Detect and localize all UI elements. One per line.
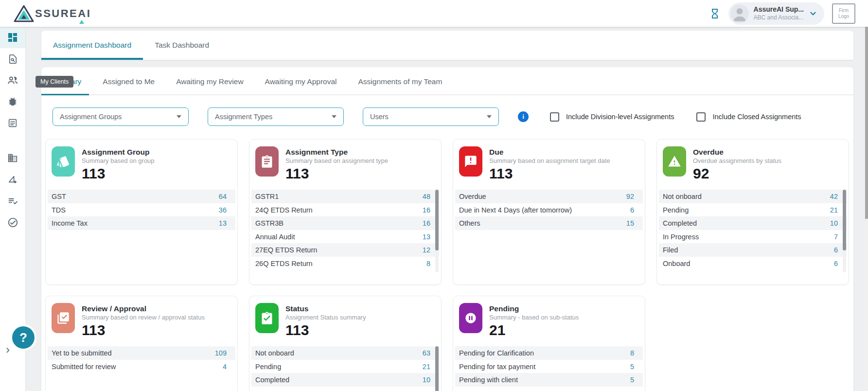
checkbox-unchecked[interactable] <box>696 112 706 122</box>
card-list: Not onboard63Pending21Completed10 <box>251 346 439 387</box>
subtab-awaiting-my-review[interactable]: Awaiting my Review <box>168 69 251 94</box>
subtab-assigned-to-me[interactable]: Assigned to Me <box>95 69 162 94</box>
list-item[interactable]: GST64 <box>48 190 235 203</box>
list-item-label: Filed <box>663 246 678 254</box>
scrollbar-thumb[interactable] <box>843 190 846 250</box>
checkbox-label: Include Closed Assignments <box>712 113 801 121</box>
sidebar-item-bug-report[interactable] <box>0 91 25 112</box>
clipboard-check-icon <box>255 303 279 333</box>
sidebar-item-organization[interactable] <box>0 147 25 169</box>
list-item-label: Annual Audit <box>255 233 295 241</box>
card-list: GSTR14824Q ETDS Return16GSTR3B16Annual A… <box>251 190 439 270</box>
alert-bubble-icon <box>459 146 482 177</box>
assignment-types-dropdown[interactable]: Assignment Types <box>208 107 344 126</box>
user-menu[interactable]: AssureAI Sup... ABC and Associa... <box>728 2 824 25</box>
list-item[interactable]: Due in Next 4 Days (after tomorrow)6 <box>455 203 643 217</box>
list-item-value: 5 <box>630 363 634 371</box>
list-item[interactable]: Completed10 <box>251 373 439 387</box>
tab-assignment-dashboard[interactable]: Assignment Dashboard <box>41 31 143 60</box>
building-icon <box>7 153 18 163</box>
card-subtitle: Summary - based on sub-status <box>489 313 579 322</box>
card-title: Assignment Type <box>285 147 388 157</box>
list-item[interactable]: Yet to be submitted109 <box>48 346 235 360</box>
list-item[interactable]: Pending21 <box>251 360 439 373</box>
list-item-label: TDS <box>52 206 66 214</box>
list-item-label: Yet to be submitted <box>52 349 112 357</box>
card-scrollbar <box>435 190 439 272</box>
list-item-label: GSTR1 <box>255 193 279 200</box>
triangle-logo-icon <box>14 5 34 22</box>
list-item[interactable]: Overdue92 <box>455 190 643 203</box>
list-item[interactable]: Income Tax13 <box>48 216 235 230</box>
checkbox-unchecked[interactable] <box>550 112 559 122</box>
sidebar-item-clients[interactable] <box>0 70 25 91</box>
sidebar-expand-chevron-icon[interactable]: › <box>6 343 10 356</box>
list-item[interactable]: In Progress7 <box>659 230 847 244</box>
assignment-groups-dropdown[interactable]: Assignment Groups <box>53 107 189 126</box>
scrollbar-thumb[interactable] <box>435 190 439 250</box>
users-dropdown[interactable]: Users <box>363 107 499 126</box>
list-item-value: 7 <box>834 233 838 241</box>
page-scrollbar-thumb[interactable] <box>865 27 868 219</box>
include-closed-checkbox-group[interactable]: Include Closed Assignments <box>696 112 801 122</box>
tab-task-dashboard[interactable]: Task Dashboard <box>143 31 221 60</box>
dropdown-label: Assignment Groups <box>60 113 122 121</box>
sidebar-item-document-search[interactable] <box>0 48 25 70</box>
list-item-label: 26Q ETDS Return <box>255 260 313 267</box>
page-scrollbar[interactable] <box>865 27 868 391</box>
list-item[interactable]: Not onboard63 <box>251 346 439 360</box>
card-total: 113 <box>82 322 205 339</box>
list-item[interactable]: Completed10 <box>659 216 847 230</box>
list-item[interactable]: Not onboard42 <box>659 190 847 203</box>
list-item-value: 92 <box>626 193 634 200</box>
summary-subtabs: My Clients Summary Assigned to Me Awaiti… <box>41 67 853 95</box>
avatar <box>730 4 749 23</box>
list-item-value: 6 <box>834 246 838 254</box>
list-item[interactable]: Pending for tax payment5 <box>455 360 643 373</box>
card-subtitle: Summary based on group <box>82 157 155 165</box>
card-total: 113 <box>82 165 155 182</box>
check-circle-icon <box>7 217 18 228</box>
info-icon[interactable]: i <box>518 111 529 122</box>
chevron-down-icon[interactable] <box>809 9 817 18</box>
sidebar-item-task-list[interactable] <box>0 190 25 212</box>
assignment-type-card: Assignment Type Summary based on assignm… <box>249 139 442 285</box>
card-list: Not onboard42Pending21Completed10In Prog… <box>659 190 847 270</box>
list-item[interactable]: 27EQ ETDS Return12 <box>251 243 439 257</box>
list-item-value: 13 <box>423 233 430 241</box>
list-item-label: Pending with client <box>459 376 518 384</box>
list-item[interactable]: 26Q ETDS Return8 <box>251 257 439 270</box>
list-item[interactable]: Others15 <box>455 216 643 230</box>
list-item-label: Completed <box>255 376 289 384</box>
sidebar-item-measure-settings[interactable] <box>0 169 25 190</box>
list-item[interactable]: Pending with client5 <box>455 373 643 387</box>
list-item[interactable]: Submitted for review4 <box>48 360 235 373</box>
subtab-awaiting-my-approval[interactable]: Awaiting my Approval <box>257 69 345 94</box>
list-item[interactable]: Pending21 <box>659 203 847 217</box>
card-total: 92 <box>693 165 781 182</box>
scrollbar-thumb[interactable] <box>435 346 439 391</box>
list-item[interactable]: 24Q ETDS Return16 <box>251 203 439 217</box>
include-division-checkbox-group[interactable]: Include Division-level Assignments <box>550 112 674 122</box>
list-item-label: Pending for tax payment <box>459 363 535 371</box>
list-item-value: 8 <box>426 260 430 267</box>
list-item[interactable]: Pending for Clarification8 <box>455 346 643 360</box>
sidebar-item-dashboard[interactable] <box>0 27 25 48</box>
review-approval-card: Review / Approval Summary based on revie… <box>45 296 238 391</box>
list-item[interactable]: Filed6 <box>659 243 847 257</box>
list-item-label: Income Tax <box>52 219 88 227</box>
list-item[interactable]: Onboard6 <box>659 257 847 270</box>
list-item[interactable]: GSTR148 <box>251 190 439 203</box>
card-title: Review / Approval <box>82 304 205 313</box>
list-item[interactable]: TDS36 <box>48 203 235 217</box>
sidebar-item-article[interactable] <box>0 112 25 134</box>
list-item[interactable]: GSTR3B16 <box>251 216 439 230</box>
help-button[interactable]: ? <box>10 324 36 351</box>
sidebar-item-approvals[interactable] <box>0 212 25 233</box>
list-item[interactable]: Annual Audit13 <box>251 230 439 244</box>
list-item-label: Not onboard <box>255 349 294 357</box>
list-item-value: 21 <box>830 206 838 214</box>
hourglass-icon[interactable] <box>709 7 721 20</box>
subtab-assignments-of-my-team[interactable]: Assignments of my Team <box>350 69 450 94</box>
list-item-label: Pending <box>663 206 689 214</box>
